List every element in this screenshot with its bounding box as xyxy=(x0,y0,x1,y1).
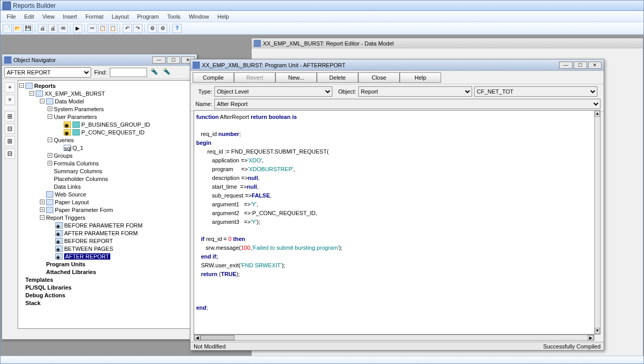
scroll-left-icon[interactable]: ◀ xyxy=(194,335,200,340)
expand-icon[interactable]: ⊞ xyxy=(5,111,15,122)
tree-sys-params[interactable]: System Parameters xyxy=(54,106,104,112)
find-prev-icon[interactable]: 🔦 xyxy=(150,68,159,77)
scroll-down-icon[interactable]: ▼ xyxy=(595,328,600,334)
menu-program[interactable]: Program xyxy=(133,12,163,21)
menu-file[interactable]: File xyxy=(3,12,20,21)
compile-button[interactable]: Compile xyxy=(193,72,234,83)
tree-placeholder[interactable]: Placeholder Columns xyxy=(54,176,108,182)
tree-p2[interactable]: P_CONC_REQUEST_ID xyxy=(81,129,144,135)
tree-groups[interactable]: Groups xyxy=(54,153,72,159)
expand-toggle[interactable]: + xyxy=(48,153,52,158)
remove-icon[interactable]: × xyxy=(5,95,15,105)
undo-icon[interactable]: ↶ xyxy=(123,24,132,33)
run-icon[interactable]: ▶ xyxy=(73,24,82,33)
type-dropdown[interactable]: Object Level xyxy=(214,86,332,97)
cf-dropdown[interactable]: CF_NET_TOT xyxy=(474,86,597,97)
menu-format[interactable]: Format xyxy=(81,12,108,21)
expand-toggle[interactable]: − xyxy=(19,83,24,88)
expand-toggle[interactable]: + xyxy=(48,161,52,165)
nav-context-dropdown[interactable]: AFTER REPORT xyxy=(4,67,91,78)
tree-reports[interactable]: Reports xyxy=(34,83,56,89)
navigator-tree[interactable]: −Reports −XX_EMP_XML_BURST −Data Model +… xyxy=(18,80,195,329)
tree-templates[interactable]: Templates xyxy=(25,277,53,283)
tree-web-source[interactable]: Web Source xyxy=(55,191,86,198)
expand-toggle[interactable]: − xyxy=(48,138,52,142)
horizontal-scrollbar[interactable]: ◀ ▶ xyxy=(194,335,594,341)
expand-toggle[interactable]: − xyxy=(40,99,45,103)
tree-user-params[interactable]: User Parameters xyxy=(54,114,97,120)
new-icon[interactable]: 📄 xyxy=(3,24,12,33)
add-icon[interactable]: + xyxy=(5,82,15,93)
menu-window[interactable]: Window xyxy=(185,12,213,21)
expand-toggle[interactable]: + xyxy=(40,207,45,212)
tree-paper-layout[interactable]: Paper Layout xyxy=(55,199,89,205)
code-editor[interactable]: function AfterReport return boolean is r… xyxy=(194,110,601,335)
minimize-icon[interactable]: — xyxy=(559,62,573,69)
collapse-all-icon[interactable]: ⊟ xyxy=(5,148,15,159)
delete-button[interactable]: Delete xyxy=(317,72,358,83)
tree-trigger-3[interactable]: BEFORE REPORT xyxy=(64,238,113,244)
tree-trigger-1[interactable]: BEFORE PARAMETER FORM xyxy=(64,222,142,229)
tree-triggers[interactable]: Report Triggers xyxy=(46,215,85,221)
expand-toggle[interactable]: − xyxy=(48,114,52,119)
tree-queries[interactable]: Queries xyxy=(54,137,74,143)
tree-report-name[interactable]: XX_EMP_XML_BURST xyxy=(45,90,105,97)
tree-debug-actions[interactable]: Debug Actions xyxy=(25,292,65,298)
copy-icon[interactable]: 📋 xyxy=(98,24,107,33)
expand-toggle[interactable]: − xyxy=(30,91,34,96)
help-button[interactable]: Help xyxy=(400,72,441,83)
tree-datalinks[interactable]: Data Links xyxy=(54,184,81,190)
tree-trigger-5-selected[interactable]: AFTER REPORT xyxy=(64,253,110,260)
cut-icon[interactable]: ✂ xyxy=(87,24,97,33)
tree-data-model[interactable]: Data Model xyxy=(55,98,84,104)
pu-titlebar[interactable]: XX_EMP_XML_BURST: Program Unit - AFTERRE… xyxy=(191,59,604,71)
tree-plsql-libs[interactable]: PL/SQL Libraries xyxy=(25,284,71,291)
open-icon[interactable]: 📂 xyxy=(13,24,22,33)
tree-stack[interactable]: Stack xyxy=(25,300,40,306)
tree-p1[interactable]: P_BUSINESS_GROUP_ID xyxy=(81,122,150,128)
collapse-icon[interactable]: ⊟ xyxy=(5,124,15,134)
tree-trigger-4[interactable]: BETWEEN PAGES xyxy=(64,246,113,252)
menu-help[interactable]: Help xyxy=(213,12,233,21)
print2-icon[interactable]: 🖨 xyxy=(48,24,57,33)
redo-icon[interactable]: ↷ xyxy=(133,24,142,33)
mail-icon[interactable]: ✉ xyxy=(58,24,68,33)
revert-button[interactable]: Revert xyxy=(234,72,275,83)
vertical-scrollbar[interactable]: ▲ ▼ xyxy=(594,110,601,335)
tree-paper-param[interactable]: Paper Parameter Form xyxy=(55,207,113,213)
close-button[interactable]: Close xyxy=(358,72,400,83)
scroll-right-icon[interactable]: ▶ xyxy=(588,335,594,340)
find-input[interactable] xyxy=(110,68,147,77)
tree-summary[interactable]: Summary Columns xyxy=(54,168,103,174)
tree-program-units[interactable]: Program Units xyxy=(46,261,85,267)
tree-q1[interactable]: Q_1 xyxy=(72,145,83,151)
expand-toggle[interactable]: − xyxy=(40,215,45,220)
nav-titlebar[interactable]: Object Navigator — ☐ ✕ xyxy=(2,54,197,66)
object-dropdown[interactable]: Report xyxy=(358,86,472,97)
name-dropdown[interactable]: After Report xyxy=(214,99,601,109)
find-next-icon[interactable]: 🔦 xyxy=(163,68,172,77)
paste-icon[interactable]: 📋 xyxy=(108,24,118,33)
menu-view[interactable]: View xyxy=(38,12,59,21)
dm-titlebar[interactable]: XX_EMP_XML_BURST: Report Editor - Data M… xyxy=(252,38,643,49)
print-icon[interactable]: 🖨 xyxy=(38,24,47,33)
save-icon[interactable]: 💾 xyxy=(23,24,33,33)
tree-formula[interactable]: Formula Columns xyxy=(54,160,99,166)
close-icon[interactable]: ✕ xyxy=(588,62,602,69)
scroll-thumb[interactable] xyxy=(200,335,235,340)
scroll-up-icon[interactable]: ▲ xyxy=(595,111,600,117)
tree-attached-libs[interactable]: Attached Libraries xyxy=(46,269,96,275)
expand-toggle[interactable]: + xyxy=(40,200,45,204)
menu-edit[interactable]: Edit xyxy=(20,12,38,21)
maximize-icon[interactable]: ☐ xyxy=(167,56,180,64)
tool1-icon[interactable]: ⚙ xyxy=(148,24,157,33)
maximize-icon[interactable]: ☐ xyxy=(574,62,587,69)
expand-toggle[interactable]: + xyxy=(48,107,52,111)
help-icon[interactable]: ? xyxy=(172,24,182,33)
expand-all-icon[interactable]: ⊞ xyxy=(5,136,15,146)
menu-insert[interactable]: Insert xyxy=(58,12,81,21)
minimize-icon[interactable]: — xyxy=(152,56,166,64)
tool2-icon[interactable]: ⚙ xyxy=(158,24,167,33)
menu-layout[interactable]: Layout xyxy=(108,12,133,21)
tree-trigger-2[interactable]: AFTER PARAMETER FORM xyxy=(64,230,138,236)
